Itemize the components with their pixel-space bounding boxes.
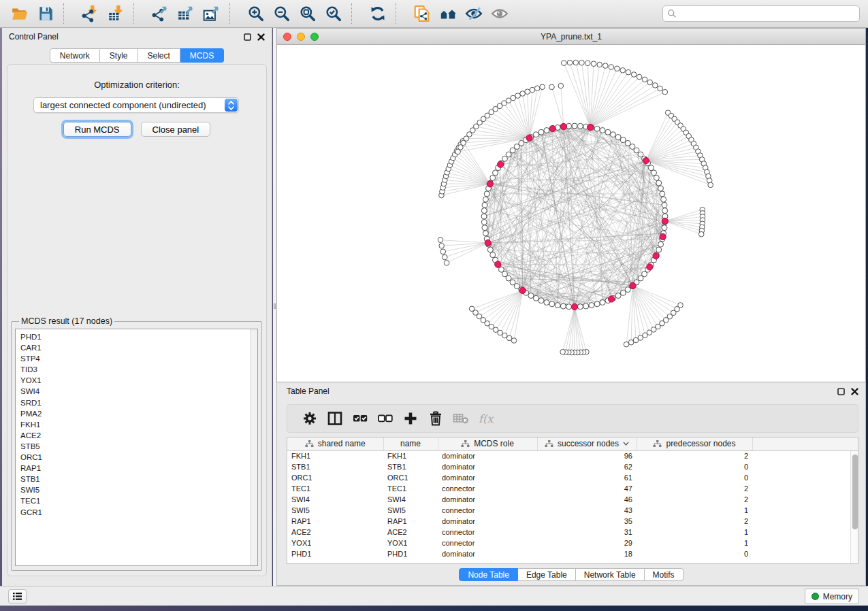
- network-node[interactable]: [482, 202, 487, 208]
- network-node[interactable]: [626, 69, 631, 75]
- network-node[interactable]: [481, 219, 487, 225]
- float-table-panel-icon[interactable]: [837, 388, 845, 395]
- network-node[interactable]: [511, 338, 517, 344]
- network-node[interactable]: [656, 180, 662, 186]
- table-cell[interactable]: STB1: [383, 461, 438, 472]
- table-cell[interactable]: TEC1: [287, 483, 383, 494]
- export-image-button[interactable]: [199, 2, 225, 25]
- network-node[interactable]: [481, 214, 487, 219]
- network-node[interactable]: [561, 61, 566, 66]
- table-cell[interactable]: 96: [537, 450, 637, 461]
- network-node[interactable]: [620, 68, 626, 73]
- network-node[interactable]: [653, 83, 658, 88]
- table-cell[interactable]: SWI5: [383, 505, 438, 516]
- network-node[interactable]: [628, 340, 634, 345]
- network-node[interactable]: [620, 137, 626, 143]
- network-node[interactable]: [625, 287, 630, 293]
- network-node[interactable]: [603, 63, 609, 69]
- table-cell[interactable]: 46: [537, 494, 637, 505]
- table-cell[interactable]: 0: [637, 548, 752, 559]
- network-node[interactable]: [662, 89, 668, 95]
- mcds-result-item[interactable]: SWI4: [20, 386, 257, 397]
- tab-network-table[interactable]: Network Table: [576, 568, 645, 581]
- table-cell[interactable]: 35: [537, 516, 637, 527]
- table-cell[interactable]: PHD1: [287, 548, 383, 559]
- network-node[interactable]: [609, 65, 614, 70]
- network-node[interactable]: [600, 300, 605, 306]
- network-node[interactable]: [528, 293, 534, 299]
- zoom-out-button[interactable]: [269, 2, 295, 25]
- network-node[interactable]: [555, 303, 560, 308]
- refresh-button[interactable]: [365, 2, 391, 25]
- mcds-result-item[interactable]: SRD1: [20, 397, 257, 408]
- network-node[interactable]: [698, 231, 704, 237]
- table-cell[interactable]: 2: [637, 450, 752, 461]
- table-scrollbar-thumb[interactable]: [852, 455, 858, 529]
- table-cell[interactable]: YOX1: [383, 538, 438, 548]
- mcds-result-item[interactable]: YOX1: [20, 375, 257, 386]
- network-canvas[interactable]: [277, 45, 865, 382]
- mcds-hub-node[interactable]: [571, 303, 577, 310]
- show-all-button[interactable]: [487, 2, 513, 25]
- network-node[interactable]: [583, 303, 589, 309]
- network-node[interactable]: [708, 182, 713, 188]
- table-cell[interactable]: 31: [537, 527, 637, 538]
- select-all-columns-button[interactable]: [347, 406, 372, 431]
- network-node[interactable]: [487, 247, 493, 252]
- network-node[interactable]: [498, 267, 504, 272]
- network-node[interactable]: [490, 175, 496, 180]
- mcds-hub-node[interactable]: [495, 261, 501, 267]
- network-node[interactable]: [484, 191, 489, 197]
- mcds-hub-node[interactable]: [560, 123, 566, 129]
- mcds-result-item[interactable]: PMA2: [20, 408, 257, 419]
- table-scrollbar[interactable]: [850, 451, 858, 563]
- tab-node-table[interactable]: Node Table: [459, 568, 518, 581]
- table-cell[interactable]: dominator: [438, 450, 537, 461]
- import-table-button[interactable]: [103, 2, 129, 25]
- table-cell[interactable]: 61: [537, 472, 637, 483]
- table-cell[interactable]: YOX1: [287, 538, 383, 548]
- network-node[interactable]: [647, 80, 653, 85]
- mcds-hub-node[interactable]: [647, 264, 653, 270]
- network-node[interactable]: [519, 140, 524, 146]
- mcds-hub-node[interactable]: [662, 218, 668, 224]
- result-list-scrollbar[interactable]: [250, 329, 257, 565]
- table-cell[interactable]: dominator: [438, 548, 537, 559]
- mcds-hub-node[interactable]: [609, 296, 615, 302]
- network-node[interactable]: [615, 135, 621, 140]
- mcds-hub-node[interactable]: [630, 282, 636, 288]
- tab-select[interactable]: Select: [138, 48, 180, 63]
- network-node[interactable]: [591, 61, 596, 67]
- network-node[interactable]: [483, 231, 488, 236]
- mcds-result-item[interactable]: CAR1: [20, 342, 257, 353]
- network-node[interactable]: [620, 290, 626, 295]
- float-panel-icon[interactable]: [244, 33, 251, 41]
- hide-selected-button[interactable]: [461, 2, 487, 25]
- network-node[interactable]: [483, 197, 488, 202]
- network-node[interactable]: [633, 337, 639, 343]
- table-cell[interactable]: dominator: [438, 472, 537, 483]
- mcds-hub-node[interactable]: [485, 240, 491, 246]
- table-cell[interactable]: TEC1: [383, 483, 438, 494]
- mcds-result-item[interactable]: PHD1: [20, 331, 257, 342]
- mcds-result-item[interactable]: ORC1: [20, 452, 257, 463]
- network-node[interactable]: [558, 83, 564, 88]
- network-node[interactable]: [624, 342, 629, 347]
- network-node[interactable]: [589, 303, 594, 308]
- zoom-selected-button[interactable]: [321, 2, 347, 25]
- mcds-result-item[interactable]: TEC1: [20, 495, 257, 506]
- network-node[interactable]: [654, 175, 659, 180]
- table-cell[interactable]: 18: [537, 548, 637, 559]
- table-cell[interactable]: 2: [637, 516, 752, 527]
- open-file-button[interactable]: [7, 2, 33, 25]
- import-network-button[interactable]: [77, 2, 103, 25]
- show-column-panel-button[interactable]: [322, 406, 347, 431]
- window-zoom-icon[interactable]: [310, 33, 319, 41]
- table-cell[interactable]: connector: [438, 527, 537, 538]
- column-header-name[interactable]: name: [383, 437, 438, 450]
- network-node[interactable]: [533, 295, 539, 301]
- mcds-hub-node[interactable]: [526, 135, 532, 141]
- network-node[interactable]: [544, 300, 549, 306]
- column-header-predecessor-nodes[interactable]: predecessor nodes: [637, 437, 752, 450]
- network-node[interactable]: [585, 61, 591, 66]
